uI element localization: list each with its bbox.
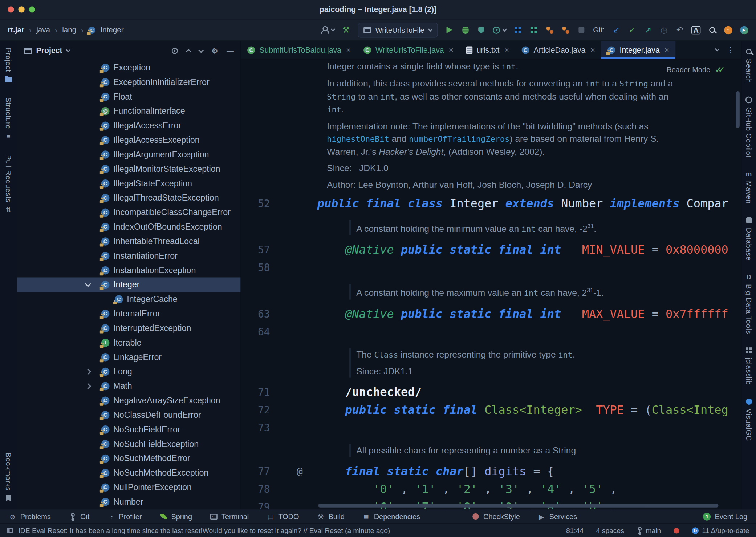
tree-item-math[interactable]: Math xyxy=(17,379,241,393)
vertical-scrollbar[interactable] xyxy=(736,91,740,128)
line-number[interactable]: 58 xyxy=(258,262,270,274)
translate-button[interactable]: A xyxy=(691,25,700,35)
tree-item-illegalaccessexception[interactable]: IllegalAccessException xyxy=(17,133,241,147)
hidden-tabs-chevron-icon[interactable] xyxy=(715,47,720,51)
close-icon[interactable]: × xyxy=(664,45,669,55)
git-branch-widget[interactable]: main xyxy=(637,526,661,534)
search-everywhere-button[interactable] xyxy=(708,25,716,35)
tab-integer-java[interactable]: Integer.java × xyxy=(601,41,675,59)
tree-item-long[interactable]: Long xyxy=(17,364,241,379)
line-number[interactable]: 77 xyxy=(258,466,270,477)
tree-item-illegalmonitorstateexception[interactable]: IllegalMonitorStateException xyxy=(17,162,241,176)
tool-button-bookmarks[interactable]: Bookmarks xyxy=(4,453,13,502)
locate-file-button[interactable] xyxy=(171,48,178,54)
git-commit-button[interactable]: ✓ xyxy=(628,25,637,35)
tree-item-inheritablethreadlocal[interactable]: InheritableThreadLocal xyxy=(17,234,241,249)
line-number[interactable]: 64 xyxy=(258,326,270,338)
tool-window-switcher-icon[interactable] xyxy=(7,528,13,533)
tool-button-profiler[interactable]: ◔Profiler xyxy=(107,512,142,521)
tool-button-dependencies[interactable]: ≣Dependencies xyxy=(362,512,420,521)
run-configuration-select[interactable]: WriteUrlsToFile xyxy=(358,23,438,37)
tree-item-incompatibleclasschangeerror[interactable]: IncompatibleClassChangeError xyxy=(17,205,241,219)
tab-urls-txt[interactable]: urls.txt × xyxy=(460,41,515,59)
breadcrumb-lang[interactable]: lang xyxy=(62,25,76,34)
run-button[interactable] xyxy=(445,25,454,35)
tree-item-exception[interactable]: Exception xyxy=(17,60,241,75)
tree-item-instantiationexception[interactable]: InstantiationException xyxy=(17,263,241,278)
tool-button-search[interactable]: Search xyxy=(745,48,753,83)
collapse-all-button[interactable] xyxy=(199,49,203,52)
tree-item-negativearraysizeexception[interactable]: NegativeArraySizeException xyxy=(17,393,241,408)
line-number[interactable]: 72 xyxy=(258,404,270,416)
profiler-snapshot-button[interactable] xyxy=(561,25,570,35)
tab-options-icon[interactable]: ⋮ xyxy=(727,45,734,54)
profiler-capture-button[interactable] xyxy=(545,25,554,35)
line-number[interactable]: 63 xyxy=(258,308,270,320)
git-update-button[interactable]: ↙ xyxy=(612,25,621,35)
line-number[interactable]: 52 xyxy=(258,198,270,209)
user-menu-button[interactable] xyxy=(320,25,334,35)
tree-item-noclassdeffounderror[interactable]: NoClassDefFoundError xyxy=(17,408,241,422)
upgrade-button[interactable]: ↑ xyxy=(724,25,732,35)
stop-button[interactable] xyxy=(577,25,586,35)
tool-button-maven[interactable]: m Maven xyxy=(745,170,753,204)
horizontal-scrollbar[interactable] xyxy=(318,504,718,508)
run-tests-button[interactable] xyxy=(513,25,522,35)
tree-item-nullpointerexception[interactable]: NullPointerException xyxy=(17,480,241,494)
tool-button-github-copilot[interactable]: GitHub Copilot xyxy=(745,96,753,157)
javadoc-link[interactable]: numberOfTrailingZeros xyxy=(409,134,509,144)
hide-panel-button[interactable]: — xyxy=(227,47,234,55)
tool-button-big-data-tools[interactable]: D Big Data Tools xyxy=(745,273,753,334)
chevron-down-icon[interactable] xyxy=(66,47,71,52)
rollback-button[interactable]: ↶ xyxy=(675,25,684,35)
tree-item-float[interactable]: Float xyxy=(17,89,241,104)
tree-item-nosuchfielderror[interactable]: NoSuchFieldError xyxy=(17,422,241,437)
tool-button-database[interactable]: Database xyxy=(745,217,753,261)
debug-button[interactable] xyxy=(461,25,470,35)
tool-button-terminal[interactable]: Terminal xyxy=(210,512,249,521)
close-window-button[interactable] xyxy=(8,6,14,12)
run-with-coverage-button[interactable] xyxy=(477,25,485,35)
chevron-down-icon[interactable] xyxy=(85,280,91,287)
tree-item-integer[interactable]: Integer xyxy=(17,277,241,292)
close-icon[interactable]: × xyxy=(590,45,595,55)
tree-item-nosuchmethoderror[interactable]: NoSuchMethodError xyxy=(17,451,241,465)
tool-button-problems[interactable]: ⊘Problems xyxy=(9,512,51,521)
tree-item-iterable[interactable]: Iterable xyxy=(17,335,241,350)
tool-button-visualgc[interactable]: VisualGC xyxy=(745,398,753,441)
tab-submiturlstobaidu-java[interactable]: SubmitUrlsToBaidu.java × xyxy=(241,41,357,59)
tab-writeurlstofile-java[interactable]: WriteUrlsToFile.java × xyxy=(357,41,460,59)
chevron-right-icon[interactable] xyxy=(85,368,91,375)
close-icon[interactable]: × xyxy=(504,45,509,55)
expand-all-button[interactable] xyxy=(186,48,190,53)
tool-button-structure[interactable]: Structure ≡ xyxy=(4,97,13,140)
line-number[interactable]: 73 xyxy=(258,422,270,434)
tool-button-spring[interactable]: Spring xyxy=(160,512,192,521)
reader-mode-widget[interactable]: Reader Mode ✓✓ xyxy=(666,65,724,74)
close-icon[interactable]: × xyxy=(449,45,454,55)
tool-button-pull-requests[interactable]: Pull Requests ⇅ xyxy=(4,155,13,214)
tool-button-git[interactable]: Git xyxy=(69,512,89,521)
tool-button-checkstyle[interactable]: CheckStyle xyxy=(472,512,520,521)
tool-button-project[interactable]: Project xyxy=(4,48,13,83)
line-number[interactable]: 57 xyxy=(258,244,270,256)
zoom-window-button[interactable] xyxy=(29,6,35,12)
close-icon[interactable]: × xyxy=(346,45,351,55)
tab-articledao-java[interactable]: ArticleDao.java × xyxy=(515,41,601,59)
tree-item-linkageerror[interactable]: LinkageError xyxy=(17,350,241,364)
tool-button-build[interactable]: ⚒Build xyxy=(317,512,345,521)
tool-button-jclasslib[interactable]: jclasslib xyxy=(745,347,753,385)
tree-item-internalerror[interactable]: InternalError xyxy=(17,306,241,321)
tree-item-instantiationerror[interactable]: InstantiationError xyxy=(17,249,241,263)
history-button[interactable]: ◷ xyxy=(660,25,668,35)
line-number[interactable]: 79 xyxy=(258,501,270,509)
tree-item-illegalstateexception[interactable]: IllegalStateException xyxy=(17,176,241,191)
minimize-window-button[interactable] xyxy=(18,6,24,12)
breadcrumb-java[interactable]: java xyxy=(36,25,50,34)
build-project-button[interactable]: ⚒ xyxy=(342,25,350,35)
tree-item-illegalaccesserror[interactable]: IllegalAccessError xyxy=(17,118,241,133)
tree-item-indexoutofboundsexception[interactable]: IndexOutOfBoundsException xyxy=(17,219,241,234)
notification-icon[interactable] xyxy=(674,528,679,533)
tree-item-nosuchmethodexception[interactable]: NoSuchMethodException xyxy=(17,465,241,480)
line-number[interactable]: 71 xyxy=(258,387,270,398)
